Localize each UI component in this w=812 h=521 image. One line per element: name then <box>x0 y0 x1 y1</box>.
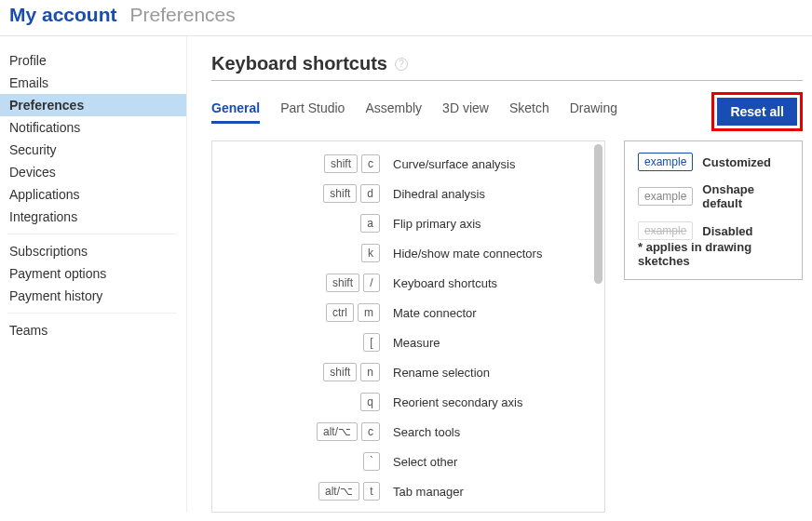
legend-label: Customized <box>702 155 771 169</box>
key-badge: q <box>360 393 380 411</box>
key-badge: shift <box>323 184 357 203</box>
sidebar-item-subscriptions[interactable]: Subscriptions <box>7 240 177 262</box>
shortcut-label: Keyboard shortcuts <box>393 276 497 290</box>
sidebar-group-account: ProfileEmailsPreferencesNotificationsSec… <box>7 49 177 234</box>
shortcut-row[interactable]: shiftdDihedral analysis <box>212 179 604 208</box>
tab-part-studio[interactable]: Part Studio <box>280 100 345 121</box>
tab-general[interactable]: General <box>211 100 260 124</box>
sidebar-item-security[interactable]: Security <box>7 139 177 161</box>
legend-key-default: example <box>638 187 693 206</box>
tab-sketch[interactable]: Sketch <box>509 100 549 121</box>
key-badge: a <box>360 214 380 233</box>
legend-panel: exampleCustomizedexampleOnshape defaulte… <box>624 140 803 280</box>
tab-drawing[interactable]: Drawing <box>570 100 617 121</box>
key-badge: [ <box>363 333 380 352</box>
key-badge: ` <box>363 452 380 471</box>
sidebar-item-applications[interactable]: Applications <box>7 183 177 206</box>
section-header: Keyboard shortcuts ? <box>211 53 803 81</box>
key-badge: / <box>363 274 380 292</box>
shortcut-row[interactable]: qReorient secondary axis <box>212 387 604 417</box>
header-page-title: Preferences <box>130 4 236 26</box>
legend-row: exampleCustomized <box>638 153 789 171</box>
sidebar-item-payment-options[interactable]: Payment options <box>7 262 177 285</box>
shortcut-row[interactable]: shiftnRename selection <box>212 357 604 387</box>
shortcut-label: Mate connector <box>393 306 477 320</box>
sidebar: ProfileEmailsPreferencesNotificationsSec… <box>0 36 187 513</box>
legend-key-customized: example <box>638 153 693 171</box>
reset-highlight: Reset all <box>711 92 803 131</box>
shortcut-label: Hide/show mate connectors <box>393 247 542 260</box>
key-badge: ctrl <box>326 303 354 322</box>
sidebar-item-preferences[interactable]: Preferences <box>0 94 186 116</box>
shortcut-label: Tab manager <box>393 485 464 499</box>
legend-label: Onshape default <box>702 182 789 210</box>
key-badge: c <box>361 154 380 173</box>
section-title: Keyboard shortcuts <box>211 53 387 74</box>
tab-assembly[interactable]: Assembly <box>365 100 422 121</box>
key-badge: d <box>360 184 380 203</box>
help-icon[interactable]: ? <box>395 58 408 71</box>
shortcut-row[interactable]: alt/⌥tTab manager <box>212 476 604 506</box>
shortcut-label: Rename selection <box>393 366 490 380</box>
reset-all-button[interactable]: Reset all <box>717 98 797 126</box>
main-content: Keyboard shortcuts ? GeneralPart StudioA… <box>187 36 812 513</box>
legend-label: Disabled <box>702 224 752 238</box>
shortcut-row[interactable]: shiftcCurve/surface analysis <box>212 149 604 179</box>
shortcut-row[interactable]: shift/Keyboard shortcuts <box>212 268 604 298</box>
scrollbar-thumb[interactable] <box>594 144 602 284</box>
sidebar-item-integrations[interactable]: Integrations <box>7 206 177 228</box>
tab-3d-view[interactable]: 3D view <box>442 100 489 121</box>
sidebar-item-teams[interactable]: Teams <box>7 319 177 341</box>
shortcut-row[interactable]: kHide/show mate connectors <box>212 238 604 268</box>
sidebar-item-profile[interactable]: Profile <box>7 49 177 72</box>
shortcut-row[interactable]: `Select other <box>212 447 604 476</box>
header-account[interactable]: My account <box>9 4 117 26</box>
key-badge: alt/⌥ <box>317 422 358 441</box>
tabs: GeneralPart StudioAssembly3D viewSketchD… <box>211 100 617 124</box>
shortcut-label: Curve/surface analysis <box>393 157 516 171</box>
key-badge: k <box>361 244 380 262</box>
key-badge: shift <box>323 363 357 381</box>
sidebar-item-devices[interactable]: Devices <box>7 161 177 183</box>
shortcut-label: Dihedral analysis <box>393 187 485 201</box>
key-badge: t <box>363 482 380 501</box>
shortcut-panel: shiftcCurve/surface analysisshiftdDihedr… <box>211 140 605 513</box>
sidebar-group-billing: SubscriptionsPayment optionsPayment hist… <box>7 240 177 314</box>
shortcut-label: Flip primary axis <box>393 217 481 231</box>
shortcut-row[interactable]: aFlip primary axis <box>212 208 604 238</box>
legend-key-disabled: example <box>638 221 693 240</box>
sidebar-item-payment-history[interactable]: Payment history <box>7 285 177 307</box>
key-badge: m <box>358 303 380 322</box>
legend-row: exampleOnshape default <box>638 182 789 210</box>
shortcut-row[interactable]: [Measure <box>212 327 604 357</box>
sidebar-item-notifications[interactable]: Notifications <box>7 116 177 139</box>
legend-row: exampleDisabled <box>638 221 789 240</box>
sidebar-group-teams: Teams <box>7 319 177 347</box>
key-badge: c <box>361 422 380 441</box>
shortcut-label: Select other <box>393 455 457 469</box>
key-badge: alt/⌥ <box>318 482 359 501</box>
shortcut-label: Reorient secondary axis <box>393 395 522 409</box>
shortcut-row[interactable]: alt/⌥cSearch tools <box>212 417 604 447</box>
shortcut-label: Measure <box>393 336 440 350</box>
shortcut-row[interactable]: ctrlmMate connector <box>212 298 604 327</box>
page-header: My account Preferences <box>0 0 812 36</box>
key-badge: shift <box>326 274 359 292</box>
legend-note: * applies in drawing sketches <box>638 240 789 268</box>
key-badge: shift <box>324 154 358 173</box>
shortcut-label: Search tools <box>393 425 460 439</box>
key-badge: n <box>360 363 380 381</box>
sidebar-item-emails[interactable]: Emails <box>7 72 177 94</box>
toolbar-row: GeneralPart StudioAssembly3D viewSketchD… <box>211 92 803 131</box>
